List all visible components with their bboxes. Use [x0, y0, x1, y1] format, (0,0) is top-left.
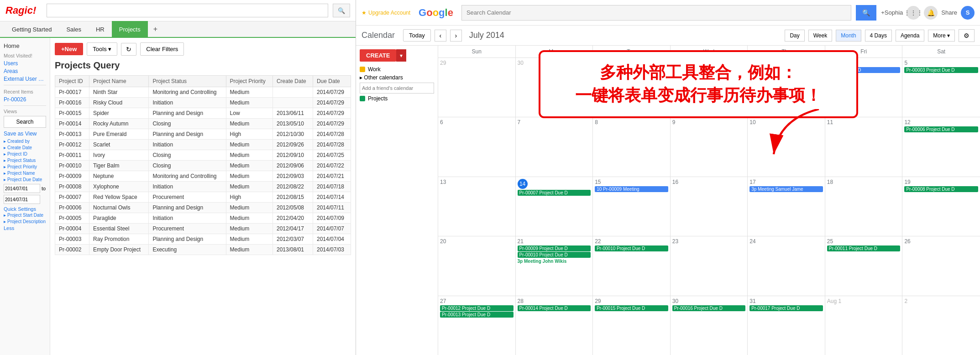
- day-cell[interactable]: 6: [438, 117, 516, 176]
- day-cell[interactable]: 5Pr-00003 Project Due D: [902, 58, 980, 117]
- nav-item-getting-started[interactable]: Getting Started: [5, 21, 59, 37]
- gcal-view-4days[interactable]: 4 Days: [865, 30, 892, 42]
- day-cell[interactable]: 1: [593, 58, 671, 117]
- day-cell[interactable]: 26: [902, 236, 980, 295]
- gcal-other-calendars-label[interactable]: ▸ Other calendars: [360, 74, 434, 81]
- col-due-date[interactable]: Due Date: [313, 76, 351, 87]
- day-cell[interactable]: 14Pr-00007 Project Due D: [516, 177, 593, 236]
- filter-project-description[interactable]: ▸ Project Description: [4, 219, 46, 224]
- gcal-view-more[interactable]: More ▾: [928, 30, 955, 42]
- gcal-today-button[interactable]: Today: [403, 29, 431, 42]
- table-row[interactable]: Pr-00013 Pure Emerald Planning and Desig…: [55, 129, 351, 140]
- table-row[interactable]: Pr-00003 Ray Promotion Planning and Desi…: [55, 234, 351, 245]
- day-cell[interactable]: 42 Project Due D: [825, 58, 903, 117]
- calendar-event[interactable]: Pr-00012 Project Due D: [440, 305, 514, 311]
- calendar-event[interactable]: Pr-00014 Project Due D: [518, 305, 591, 311]
- gcal-apps-icon[interactable]: ⋮⋮⋮: [907, 6, 920, 20]
- share-button[interactable]: Share: [941, 9, 957, 16]
- table-row[interactable]: Pr-00010 Tiger Balm Closing Medium 2012/…: [55, 161, 351, 171]
- day-cell[interactable]: 21Pr-00009 Project Due DPr-00010 Project…: [516, 236, 593, 295]
- table-row[interactable]: Pr-00014 Rocky Autumn Closing Medium 201…: [55, 119, 351, 129]
- table-row[interactable]: Pr-00012 Scarlet Initiation Medium 2012/…: [55, 140, 351, 150]
- day-cell[interactable]: 12Pr-00006 Project Due D: [902, 117, 980, 176]
- filter-create-date[interactable]: ▸ Create Date: [4, 145, 46, 150]
- day-cell[interactable]: 28Pr-00014 Project Due D: [516, 296, 593, 355]
- calendar-event[interactable]: Pr-00006 Project Due D: [904, 126, 978, 132]
- calendar-event[interactable]: Pr-00011 Project Due D: [827, 245, 901, 251]
- day-cell[interactable]: 22Pr-00010 Project Due D: [593, 236, 671, 295]
- calendar-event[interactable]: 10 Pr-00009 Meeting: [595, 186, 668, 192]
- sidebar-home-link[interactable]: Home: [4, 42, 46, 49]
- ragic-header-search-button[interactable]: 🔍: [333, 4, 350, 17]
- upgrade-account-link[interactable]: ★ Upgrade Account: [362, 10, 410, 16]
- gcal-create-dropdown[interactable]: ▾: [396, 49, 406, 62]
- day-cell[interactable]: 11: [825, 117, 903, 176]
- sidebar-recent-0[interactable]: Pr-00026: [4, 96, 46, 103]
- calendar-event[interactable]: Pr-00016 Project Due D: [672, 305, 746, 311]
- day-cell[interactable]: 2: [902, 296, 980, 355]
- filter-project-start-date[interactable]: ▸ Project Start Date: [4, 212, 46, 218]
- clear-filters-button[interactable]: Clear Filters: [140, 42, 184, 56]
- day-cell[interactable]: 8: [593, 117, 671, 176]
- sidebar-link-areas[interactable]: Areas: [4, 68, 46, 74]
- calendar-event[interactable]: 2 Project Due D: [827, 67, 901, 73]
- sidebar-link-external[interactable]: External User Regis!: [4, 76, 46, 82]
- day-cell[interactable]: 29Pr-00015 Project Due D: [593, 296, 671, 355]
- gcal-view-agenda[interactable]: Agenda: [896, 30, 924, 42]
- day-cell[interactable]: 31Pr-00017 Project Due D: [748, 296, 825, 355]
- day-cell[interactable]: 27Pr-00012 Project Due DPr-00013 Project…: [438, 296, 516, 355]
- less-link[interactable]: Less: [4, 225, 14, 231]
- nav-item-projects[interactable]: Projects: [112, 21, 148, 37]
- date-from-input[interactable]: [4, 184, 40, 193]
- nav-item-sales[interactable]: Sales: [59, 21, 89, 37]
- day-cell[interactable]: 29: [438, 58, 516, 117]
- gcal-prev-arrow[interactable]: ‹: [435, 30, 446, 42]
- table-row[interactable]: Pr-00009 Neptune Monitoring and Controll…: [55, 171, 351, 182]
- calendar-event[interactable]: Pr-00008 Project Due D: [904, 186, 978, 192]
- table-row[interactable]: Pr-00004 Essential Steel Procurement Med…: [55, 224, 351, 234]
- refresh-button[interactable]: ↻: [121, 43, 136, 56]
- gcal-settings-button[interactable]: ⚙: [959, 29, 975, 42]
- calendar-event[interactable]: Pr-00013 Project Due D: [440, 312, 514, 318]
- calendar-event[interactable]: 3p Meeting Samuel Jame: [749, 186, 823, 192]
- save-as-view-link[interactable]: Save as View: [4, 131, 46, 137]
- filter-project-due-date[interactable]: ▸ Project Due Date: [4, 177, 46, 182]
- table-row[interactable]: Pr-00017 Ninth Star Monitoring and Contr…: [55, 87, 351, 98]
- new-button[interactable]: +New: [55, 43, 83, 55]
- ragic-header-search-input[interactable]: [47, 4, 328, 17]
- day-cell[interactable]: 3: [748, 58, 825, 117]
- filter-project-id[interactable]: ▸ Project ID: [4, 151, 46, 157]
- calendar-event[interactable]: Pr-00010 Project Due D: [518, 252, 591, 258]
- table-row[interactable]: Pr-00015 Spider Planning and Design Low …: [55, 108, 351, 119]
- day-cell[interactable]: 24: [748, 236, 825, 295]
- gcal-work-calendar[interactable]: Work: [360, 66, 434, 73]
- table-row[interactable]: Pr-00006 Nocturnal Owls Planning and Des…: [55, 203, 351, 213]
- gcal-search-input[interactable]: [461, 5, 851, 21]
- day-cell[interactable]: 9: [671, 117, 748, 176]
- table-row[interactable]: Pr-00002 Empty Door Project Executing Me…: [55, 245, 351, 255]
- gcal-projects-calendar[interactable]: Projects: [360, 95, 434, 102]
- gcal-search-button[interactable]: 🔍: [856, 5, 876, 21]
- sidebar-link-users[interactable]: Users: [4, 60, 46, 67]
- gcal-next-arrow[interactable]: ›: [450, 30, 462, 42]
- day-cell[interactable]: 23: [671, 236, 748, 295]
- gcal-view-week[interactable]: Week: [808, 30, 832, 42]
- nav-item-hr[interactable]: HR: [89, 21, 112, 37]
- sidebar-search-button[interactable]: Search: [4, 116, 46, 128]
- gcal-notifications-icon[interactable]: 🔔: [924, 6, 938, 20]
- day-cell[interactable]: 16: [671, 177, 748, 236]
- filter-project-name[interactable]: ▸ Project Name: [4, 170, 46, 176]
- filter-project-status[interactable]: ▸ Project Status: [4, 157, 46, 163]
- filter-created-by[interactable]: ▸ Created by: [4, 138, 46, 144]
- col-project-priority[interactable]: Project Priority: [226, 76, 273, 87]
- day-cell[interactable]: 173p Meeting Samuel Jame: [748, 177, 825, 236]
- gcal-create-button[interactable]: CREATE: [360, 49, 396, 62]
- gcal-view-day[interactable]: Day: [785, 30, 804, 42]
- calendar-event[interactable]: Pr-00015 Project Due D: [595, 305, 668, 311]
- day-cell[interactable]: 18: [825, 177, 903, 236]
- table-row[interactable]: Pr-00011 Ivory Closing Medium 2012/09/10…: [55, 150, 351, 161]
- col-create-date[interactable]: Create Date: [273, 76, 313, 87]
- day-cell[interactable]: 25Pr-00011 Project Due D: [825, 236, 903, 295]
- date-to-input[interactable]: [4, 195, 40, 204]
- day-cell[interactable]: Aug 1: [825, 296, 903, 355]
